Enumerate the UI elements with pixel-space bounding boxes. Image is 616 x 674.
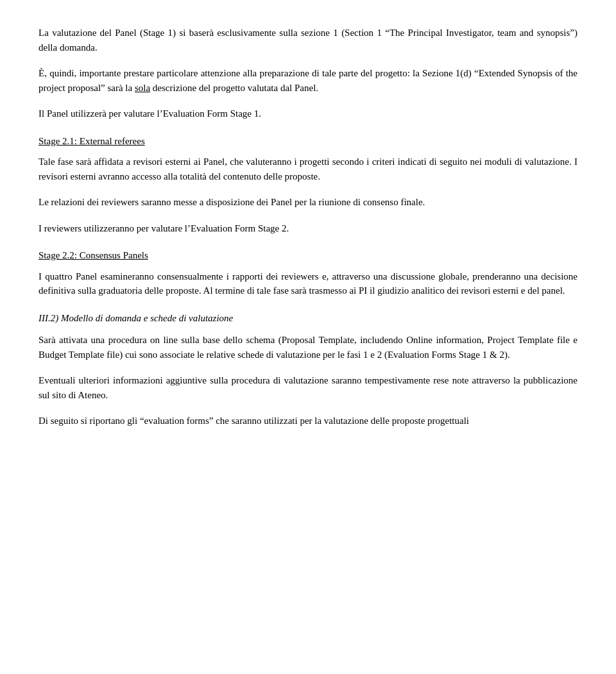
stage-2-2-heading-text: Stage 2.2: Consensus Panels xyxy=(38,250,148,260)
paragraph-6-text: I reviewers utilizzeranno per valutare l… xyxy=(38,223,289,233)
paragraph-3: Il Panel utilizzerà per valutare l’Evalu… xyxy=(38,106,578,121)
section-heading: III.2) Modello di domanda e schede di va… xyxy=(38,311,578,326)
paragraph-3-text: Il Panel utilizzerà per valutare l’Evalu… xyxy=(38,108,261,119)
paragraph-9-text: Eventuali ulteriori informazioni aggiunt… xyxy=(38,375,578,400)
paragraph-8: Sarà attivata una procedura on line sull… xyxy=(38,333,578,362)
paragraph-7-text: I quattro Panel esamineranno consensualm… xyxy=(38,271,578,296)
paragraph-9: Eventuali ulteriori informazioni aggiunt… xyxy=(38,373,578,402)
paragraph-1: La valutazione del Panel (Stage 1) si ba… xyxy=(38,26,578,55)
paragraph-10-text: Di seguito si riportano gli “evaluation … xyxy=(38,416,469,426)
paragraph-10: Di seguito si riportano gli “evaluation … xyxy=(38,414,578,428)
paragraph-1-text: La valutazione del Panel (Stage 1) si ba… xyxy=(38,28,578,53)
stage-2-2-heading: Stage 2.2: Consensus Panels xyxy=(38,248,578,263)
paragraph-2-sola: sola xyxy=(135,83,150,93)
paragraph-4-text: Tale fase sarà affidata a revisori ester… xyxy=(38,156,578,181)
page: La valutazione del Panel (Stage 1) si ba… xyxy=(0,0,616,674)
paragraph-5: Le relazioni dei reviewers saranno messe… xyxy=(38,195,578,210)
paragraph-8-text: Sarà attivata una procedura on line sull… xyxy=(38,335,578,360)
stage-2-1-heading-text: Stage 2.1: External referees xyxy=(38,136,145,146)
paragraph-7: I quattro Panel esamineranno consensualm… xyxy=(38,269,578,298)
paragraph-2: È, quindi, importante prestare particola… xyxy=(38,66,578,95)
paragraph-5-text: Le relazioni dei reviewers saranno messe… xyxy=(38,197,425,207)
section-heading-text: III.2) Modello di domanda e schede di va… xyxy=(38,313,233,323)
paragraph-2-end: descrizione del progetto valutata dal Pa… xyxy=(150,83,318,93)
paragraph-4: Tale fase sarà affidata a revisori ester… xyxy=(38,155,578,183)
paragraph-6: I reviewers utilizzeranno per valutare l… xyxy=(38,221,578,236)
stage-2-1-heading: Stage 2.1: External referees xyxy=(38,134,578,149)
